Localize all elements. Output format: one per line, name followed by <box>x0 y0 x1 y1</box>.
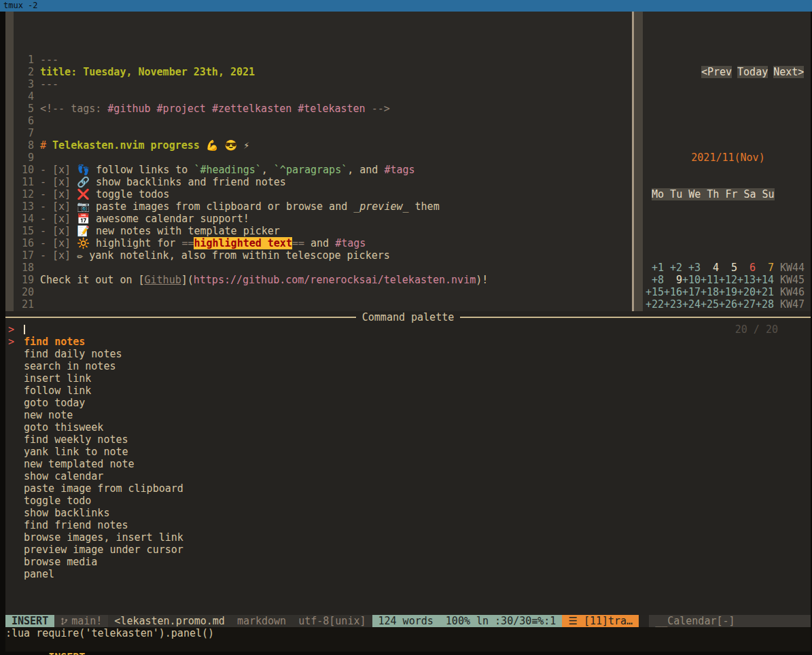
calendar-day-cell[interactable]: +8 <box>646 274 664 286</box>
calendar-nav-button[interactable]: <Prev <box>701 66 732 78</box>
text-segment: 👣 follow links to <box>77 164 194 176</box>
text-segment: , <box>262 164 274 176</box>
line-number: 20 <box>14 286 34 298</box>
editor-line[interactable]: 19Check it out on [Github](https://githu… <box>14 274 632 286</box>
calendar-day-cell[interactable]: +2 <box>664 262 682 274</box>
calendar-day-cell[interactable]: +11 <box>701 274 719 286</box>
calendar-day-cell[interactable]: +20 <box>737 286 756 298</box>
palette-item[interactable]: browse media <box>5 556 811 568</box>
editor-line[interactable]: 1--- <box>14 54 632 66</box>
palette-item[interactable]: find daily notes <box>5 348 811 360</box>
calendar-nav-button[interactable]: Today <box>737 66 768 78</box>
text-segment: #telekasten <box>298 103 365 115</box>
calendar-day-cell[interactable]: +10 <box>682 274 701 286</box>
palette-item[interactable]: paste image from clipboard <box>5 482 811 495</box>
editor-line[interactable]: 15- [x] 📝 new notes with template picker <box>14 225 632 237</box>
palette-item-label: paste image from clipboard <box>24 482 183 495</box>
line-number: 14 <box>14 213 34 225</box>
calendar-day-cell[interactable]: +21 <box>756 286 774 298</box>
line-text: - [x] 📷 paste images from clipboard or b… <box>40 200 440 213</box>
line-text: Check it out on [Github](https://github.… <box>40 274 488 286</box>
editor-line[interactable]: 17- [x] ✏ yank notelink, also from withi… <box>14 249 632 262</box>
palette-item-label: follow link <box>24 385 91 397</box>
calendar-day-cell[interactable]: +18 <box>701 286 719 298</box>
command-line[interactable]: :lua require('telekasten').panel() <box>5 627 811 639</box>
editor-line[interactable]: 20 <box>14 286 632 298</box>
editor-line[interactable]: 9 <box>14 152 632 164</box>
editor-line[interactable]: 7 <box>14 127 632 139</box>
palette-item[interactable]: new note <box>5 409 811 421</box>
palette-item[interactable]: find friend notes <box>5 519 811 531</box>
calendar-day-cell[interactable]: +3 <box>682 262 701 274</box>
week-number: KW45 <box>780 274 805 286</box>
calendar-week-row: +1+2+34567KW44 <box>646 262 811 274</box>
palette-item[interactable]: show backlinks <box>5 507 811 519</box>
palette-item[interactable]: yank link to note <box>5 446 811 458</box>
palette-item[interactable]: preview image under cursor <box>5 544 811 556</box>
calendar-day-cell[interactable]: +26 <box>719 298 737 311</box>
editor-line[interactable]: 4 <box>14 90 632 103</box>
palette-item-label: find daily notes <box>24 348 122 360</box>
calendar-day-cell[interactable]: +1 <box>646 262 664 274</box>
calendar-day-cell[interactable]: +24 <box>682 298 701 311</box>
calendar-day-cell[interactable]: 5 <box>719 262 737 274</box>
buffer-indicator[interactable]: ☰ [11]tra… <box>562 615 639 627</box>
calendar-day-cell[interactable]: 4 <box>701 262 719 274</box>
calendar-day-cell[interactable]: +12 <box>719 274 737 286</box>
calendar-day-cell[interactable]: +27 <box>737 298 756 311</box>
editor-line[interactable]: 3--- <box>14 78 632 90</box>
calendar-day-cell[interactable]: 7 <box>756 262 774 274</box>
line-text: # Telekasten.nvim progress 💪 😎 ⚡ <box>40 139 249 152</box>
calendar-day-cell[interactable]: 9 <box>664 274 682 286</box>
calendar-day-cell[interactable]: +16 <box>664 286 682 298</box>
editor-pane[interactable]: 1---2title: Tuesday, November 23th, 2021… <box>5 12 632 311</box>
editor-line[interactable]: 6 <box>14 115 632 127</box>
calendar-day-cell[interactable]: +14 <box>756 274 774 286</box>
palette-item[interactable]: goto thisweek <box>5 421 811 433</box>
editor-line[interactable]: 14- [x] 📅 awesome calendar support! <box>14 213 632 225</box>
editor-line[interactable]: 5<!-- tags: #github #project #zettelkast… <box>14 103 632 115</box>
line-text: - [x] 🔗 show backlinks and friend notes <box>40 176 286 188</box>
editor-line[interactable]: 11- [x] 🔗 show backlinks and friend note… <box>14 176 632 188</box>
editor-line[interactable]: 12- [x] ❌ toggle todos <box>14 188 632 200</box>
palette-selected-row[interactable]: >find notes <box>5 336 811 348</box>
filename: <lekasten.promo.md <box>108 615 237 627</box>
calendar-week-row: +89+10+11+12+13+14KW45 <box>646 274 811 286</box>
palette-item[interactable]: insert link <box>5 372 811 385</box>
palette-item[interactable]: panel <box>5 568 811 580</box>
word-count: 124 words 100% ln :30/30≡%:1 <box>372 615 563 627</box>
editor-line[interactable]: 21 <box>14 298 632 311</box>
palette-item[interactable]: find weekly notes <box>5 433 811 446</box>
calendar-day-cell[interactable]: +15 <box>646 286 664 298</box>
palette-item[interactable]: browse images, insert link <box>5 531 811 544</box>
calendar-day-cell[interactable]: +28 <box>756 298 774 311</box>
line-number: 10 <box>14 164 34 176</box>
calendar-day-cell[interactable]: +23 <box>664 298 682 311</box>
palette-item[interactable]: toggle todo <box>5 495 811 507</box>
calendar-day-cell[interactable]: +17 <box>682 286 701 298</box>
palette-item[interactable]: show calendar <box>5 470 811 482</box>
editor-line[interactable]: 2title: Tuesday, November 23th, 2021 <box>14 66 632 78</box>
text-segment: --- <box>40 78 58 90</box>
editor-line[interactable]: 18 <box>14 262 632 274</box>
editor-line[interactable]: 13- [x] 📷 paste images from clipboard or… <box>14 200 632 213</box>
line-text: - [x] 📝 new notes with template picker <box>40 225 280 237</box>
palette-prompt-row[interactable]: > <box>5 323 811 336</box>
editor-line[interactable]: 10- [x] 👣 follow links to `#headings`, `… <box>14 164 632 176</box>
calendar-months: 2021/11(Nov) Mo Tu We Th Fr Sa Su +1+2+3… <box>646 78 811 311</box>
calendar-nav-button[interactable]: Next> <box>773 66 804 78</box>
palette-item-label: new templated note <box>24 458 135 470</box>
palette-item[interactable]: search in notes <box>5 360 811 372</box>
calendar-day-cell[interactable]: +22 <box>646 298 664 311</box>
editor-line[interactable]: 16- [x] 🔆 highlight for ==highlighted te… <box>14 237 632 249</box>
palette-item[interactable]: new templated note <box>5 458 811 470</box>
text-segment: ❌ toggle todos <box>77 188 169 200</box>
calendar-day-cell[interactable]: +13 <box>737 274 756 286</box>
calendar-day-cell[interactable]: 6 <box>737 262 756 274</box>
palette-item[interactable]: goto today <box>5 397 811 409</box>
palette-item[interactable]: follow link <box>5 385 811 397</box>
calendar-day-cell[interactable]: +19 <box>719 286 737 298</box>
editor-line[interactable]: 8# Telekasten.nvim progress 💪 😎 ⚡ <box>14 139 632 152</box>
weekday-header-row: Mo Tu We Th Fr Sa Su <box>646 188 811 200</box>
calendar-day-cell[interactable]: +25 <box>701 298 719 311</box>
